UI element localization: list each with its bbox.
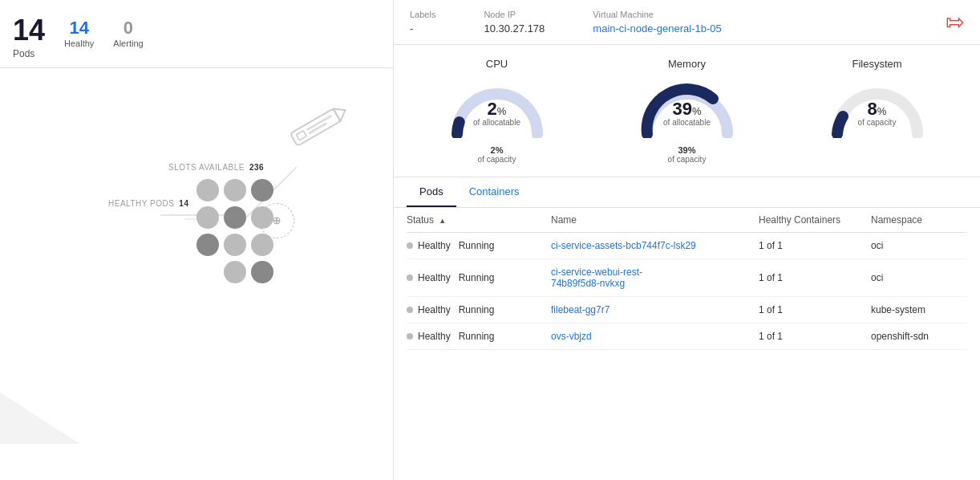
pod-row-1 xyxy=(196,179,273,201)
pods-stats: 14 Healthy 0 Alerting xyxy=(64,16,144,48)
row-name-2: ci-service-webui-rest-74b89f5d8-nvkxg xyxy=(551,266,759,289)
status-dot-2 xyxy=(407,275,413,281)
red-arrow-icon: ⇰ xyxy=(946,11,964,34)
vm-info: Virtual Machine main-ci-node-general-1b-… xyxy=(593,10,721,35)
pod-8 xyxy=(224,234,246,256)
tabs-section: Pods Containers xyxy=(394,177,980,208)
pod-7 xyxy=(196,234,219,256)
slots-label: SLOTS AVAILABLE 236 xyxy=(168,163,264,172)
tab-containers[interactable]: Containers xyxy=(456,177,533,207)
row-namespace-2: oci xyxy=(871,272,967,283)
row-healthy-2: 1 of 1 xyxy=(759,272,871,283)
row-namespace-3: kube-system xyxy=(871,304,967,315)
pods-count: 14 xyxy=(13,16,45,45)
row-name-1: ci-service-assets-bcb744f7c-lsk29 xyxy=(551,240,759,251)
col-status: Status ▲ xyxy=(407,214,551,226)
slots-number: 236 xyxy=(249,163,264,172)
pod-row-4 xyxy=(224,261,273,283)
row-healthy-3: 1 of 1 xyxy=(759,304,871,315)
svg-rect-0 xyxy=(290,108,341,146)
dashed-circle xyxy=(259,203,294,238)
pod-11 xyxy=(251,261,273,283)
healthy-pods-label: HEALTHY PODS 14 xyxy=(108,199,188,208)
pod-2 xyxy=(224,179,246,201)
row-status-3: Healthy Running xyxy=(407,304,551,315)
row-status-4: Healthy Running xyxy=(407,331,551,342)
tab-pods[interactable]: Pods xyxy=(407,177,456,207)
running-text-3: Running xyxy=(459,304,495,315)
filesystem-percent: 8 xyxy=(868,99,877,119)
cpu-gauge: CPU 2% of allocatable 2% of capacity xyxy=(402,58,592,164)
pod-5 xyxy=(224,206,246,229)
running-text-2: Running xyxy=(459,272,495,283)
diagram-area: SLOTS AVAILABLE 236 HEALTHY PODS 14 xyxy=(0,75,393,444)
col-namespace: Namespace xyxy=(871,214,967,226)
svg-rect-1 xyxy=(297,131,307,140)
memory-title: Memory xyxy=(592,58,782,70)
table-header: Status ▲ Name Healthy Containers Namespa… xyxy=(407,208,967,233)
node-ip-info: Node IP 10.30.27.178 xyxy=(484,10,545,35)
memory-capacity-label: of capacity xyxy=(592,155,782,164)
labels-value: - xyxy=(410,22,435,35)
status-text-1: Healthy xyxy=(418,240,451,251)
alerting-stat: 0 Alerting xyxy=(113,18,143,48)
cpu-percent: 2 xyxy=(488,99,497,119)
slots-text: SLOTS AVAILABLE xyxy=(168,163,245,172)
pod-circles xyxy=(196,179,273,288)
sort-icon: ▲ xyxy=(439,217,446,225)
row-healthy-4: 1 of 1 xyxy=(759,331,871,342)
row-namespace-1: oci xyxy=(871,240,967,251)
vm-link[interactable]: main-ci-node-general-1b-05 xyxy=(593,22,721,35)
memory-gauge-wrapper: 39% of allocatable xyxy=(635,78,739,138)
labels-header: Labels xyxy=(410,10,435,19)
left-panel: 14 Pods 14 Healthy 0 Alerting xyxy=(0,0,393,480)
pod-link-1[interactable]: ci-service-assets-bcb744f7c-lsk29 xyxy=(551,240,696,251)
row-name-3: filebeat-gg7r7 xyxy=(551,304,759,315)
bg-shape xyxy=(0,380,80,444)
status-dot-1 xyxy=(407,242,413,249)
pod-link-4[interactable]: ovs-vbjzd xyxy=(551,331,592,342)
node-ip-value: 10.30.27.178 xyxy=(484,22,545,35)
col-healthy-containers: Healthy Containers xyxy=(759,214,871,226)
memory-capacity-percent: 39% xyxy=(592,145,782,155)
healthy-count: 14 xyxy=(64,18,94,39)
pod-3 xyxy=(251,179,273,201)
tool-icon xyxy=(285,96,356,154)
pod-link-2[interactable]: ci-service-webui-rest-74b89f5d8-nvkxg xyxy=(551,266,642,289)
row-status-1: Healthy Running xyxy=(407,240,551,251)
pod-10 xyxy=(224,261,246,283)
cpu-alloc-label: of allocatable xyxy=(473,118,520,127)
right-panel: Labels - Node IP 10.30.27.178 Virtual Ma… xyxy=(393,0,980,480)
healthy-pods-number: 14 xyxy=(179,199,188,208)
pod-link-3[interactable]: filebeat-gg7r7 xyxy=(551,304,609,315)
cpu-gauge-wrapper: 2% of allocatable xyxy=(445,78,549,138)
running-text-1: Running xyxy=(459,240,495,251)
pods-header: 14 Pods 14 Healthy 0 Alerting xyxy=(0,8,393,68)
pod-1 xyxy=(196,179,219,201)
filesystem-title: Filesystem xyxy=(782,58,972,70)
running-text-4: Running xyxy=(459,331,495,342)
filesystem-gauge: Filesystem 8% of capacity xyxy=(782,58,972,164)
cpu-capacity-percent: 2% xyxy=(402,145,592,155)
status-text-3: Healthy xyxy=(418,304,451,315)
memory-alloc-label: of allocatable xyxy=(663,118,711,127)
row-name-4: ovs-vbjzd xyxy=(551,331,759,342)
healthy-pods-text: HEALTHY PODS xyxy=(108,199,174,208)
node-ip-header: Node IP xyxy=(484,10,545,19)
table-section: Status ▲ Name Healthy Containers Namespa… xyxy=(394,208,980,350)
labels-info: Labels - xyxy=(410,10,435,35)
table-row: Healthy Running ci-service-assets-bcb744… xyxy=(407,233,967,259)
status-dot-3 xyxy=(407,307,413,313)
gauges-section: CPU 2% of allocatable 2% of capacity xyxy=(394,45,980,177)
cpu-gauge-text: 2% of allocatable xyxy=(473,100,520,127)
alerting-label: Alerting xyxy=(113,39,143,48)
memory-gauge: Memory 39% of allocatable 39% of capacit… xyxy=(592,58,782,164)
filesystem-alloc-label: of capacity xyxy=(858,118,897,127)
status-text-4: Healthy xyxy=(418,331,451,342)
alerting-count: 0 xyxy=(113,18,143,39)
table-row: Healthy Running ci-service-webui-rest-74… xyxy=(407,259,967,297)
cpu-capacity-label: of capacity xyxy=(402,155,592,164)
healthy-stat: 14 Healthy xyxy=(64,18,94,48)
svg-marker-4 xyxy=(334,104,349,121)
vm-header: Virtual Machine xyxy=(593,10,721,19)
